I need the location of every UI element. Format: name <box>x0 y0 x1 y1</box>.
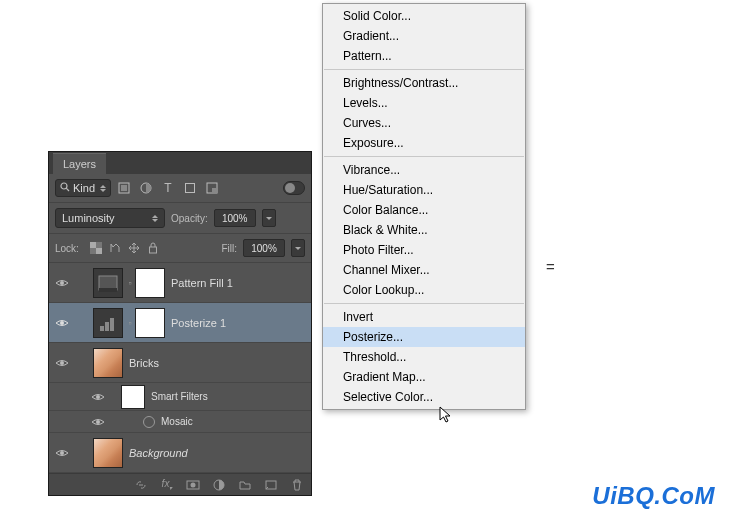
tab-layers[interactable]: Layers <box>53 153 106 174</box>
menu-item[interactable]: Color Balance... <box>323 200 525 220</box>
layer-name: Smart Filters <box>151 391 208 402</box>
layer-filter-row: Kind T <box>49 174 311 203</box>
svg-rect-9 <box>90 242 96 248</box>
menu-item[interactable]: Posterize... <box>323 327 525 347</box>
layer-row-background[interactable]: Background <box>49 433 311 473</box>
filter-pixel-icon[interactable] <box>115 179 133 197</box>
filter-smartobj-icon[interactable] <box>203 179 221 197</box>
layers-panel: Layers Kind T Luminosity Opacity: Lock: <box>48 151 312 496</box>
svg-point-12 <box>60 281 64 285</box>
layer-name: Background <box>129 447 188 459</box>
panel-tab-bar: Layers <box>49 152 311 174</box>
svg-point-24 <box>191 482 196 487</box>
lock-label: Lock: <box>55 243 79 254</box>
svg-line-1 <box>66 188 69 191</box>
svg-point-20 <box>96 395 100 399</box>
menu-item[interactable]: Photo Filter... <box>323 240 525 260</box>
lock-image-icon[interactable] <box>108 241 122 255</box>
link-icon[interactable]: ▫ <box>125 278 135 288</box>
link-icon[interactable]: ▫ <box>125 318 135 328</box>
opacity-dropdown[interactable] <box>262 209 276 227</box>
menu-item[interactable]: Curves... <box>323 113 525 133</box>
menu-item[interactable]: Invert <box>323 307 525 327</box>
layer-row-mosaic[interactable]: Mosaic <box>49 411 311 433</box>
svg-rect-11 <box>149 247 156 253</box>
menu-item[interactable]: Solid Color... <box>323 6 525 26</box>
blend-mode-value: Luminosity <box>62 212 115 224</box>
blend-row: Luminosity Opacity: <box>49 203 311 234</box>
menu-item[interactable]: Brightness/Contrast... <box>323 73 525 93</box>
layer-row-bricks[interactable]: Bricks <box>49 343 311 383</box>
layer-name: Bricks <box>129 357 159 369</box>
menu-item[interactable]: Pattern... <box>323 46 525 66</box>
smart-filter-mask-thumb[interactable] <box>121 385 145 409</box>
menu-item[interactable]: Channel Mixer... <box>323 260 525 280</box>
layer-row-posterize[interactable]: ▫ Posterize 1 <box>49 303 311 343</box>
layer-mask-icon[interactable] <box>185 477 201 493</box>
filter-dot-icon <box>143 416 155 428</box>
svg-rect-7 <box>212 188 217 193</box>
layer-mask-thumb[interactable] <box>135 308 165 338</box>
layer-mask-thumb[interactable] <box>135 268 165 298</box>
fill-label: Fill: <box>221 243 237 254</box>
visibility-eye-icon[interactable] <box>53 444 71 462</box>
filter-adjustment-icon[interactable] <box>137 179 155 197</box>
layer-thumb-pattern[interactable] <box>93 268 123 298</box>
svg-point-0 <box>61 183 67 189</box>
svg-rect-5 <box>186 184 195 193</box>
layer-thumb-posterize[interactable] <box>93 308 123 338</box>
visibility-eye-icon[interactable] <box>53 274 71 292</box>
delete-layer-icon[interactable] <box>289 477 305 493</box>
svg-rect-13 <box>99 276 117 290</box>
adjustment-layer-icon[interactable] <box>211 477 227 493</box>
visibility-eye-icon[interactable] <box>53 354 71 372</box>
layer-row-smart-filters[interactable]: Smart Filters <box>49 383 311 411</box>
svg-rect-14 <box>99 288 117 292</box>
svg-rect-17 <box>105 322 109 331</box>
menu-item[interactable]: Vibrance... <box>323 160 525 180</box>
menu-item[interactable]: Threshold... <box>323 347 525 367</box>
filter-shape-icon[interactable] <box>181 179 199 197</box>
link-layers-icon[interactable] <box>133 477 149 493</box>
blend-mode-dropdown[interactable]: Luminosity <box>55 208 165 228</box>
menu-item[interactable]: Levels... <box>323 93 525 113</box>
menu-item[interactable]: Exposure... <box>323 133 525 153</box>
layer-style-icon[interactable]: fx▾ <box>159 477 175 493</box>
visibility-eye-icon[interactable] <box>89 388 107 406</box>
menu-item[interactable]: Gradient... <box>323 26 525 46</box>
new-layer-icon[interactable] <box>263 477 279 493</box>
layer-thumb-image[interactable] <box>93 438 123 468</box>
menu-item[interactable]: Black & White... <box>323 220 525 240</box>
filter-type-icon[interactable]: T <box>159 179 177 197</box>
lock-position-icon[interactable] <box>127 241 141 255</box>
lock-all-icon[interactable] <box>146 241 160 255</box>
lock-transparent-icon[interactable] <box>89 241 103 255</box>
menu-item[interactable]: Gradient Map... <box>323 367 525 387</box>
visibility-eye-icon[interactable] <box>53 314 71 332</box>
dropdown-arrows-icon <box>100 185 106 192</box>
equals-sign: = <box>546 258 555 275</box>
svg-point-15 <box>60 321 64 325</box>
layer-thumb-image[interactable] <box>93 348 123 378</box>
filter-kind-dropdown[interactable]: Kind <box>55 179 111 197</box>
new-group-icon[interactable] <box>237 477 253 493</box>
filter-kind-label: Kind <box>73 182 95 194</box>
layer-row-pattern-fill[interactable]: ▫ Pattern Fill 1 <box>49 263 311 303</box>
visibility-eye-icon[interactable] <box>89 413 107 431</box>
menu-separator <box>324 156 524 157</box>
svg-point-19 <box>60 361 64 365</box>
menu-separator <box>324 303 524 304</box>
menu-item[interactable]: Color Lookup... <box>323 280 525 300</box>
layers-panel-footer: fx▾ <box>49 473 311 495</box>
svg-rect-16 <box>100 326 104 331</box>
menu-item[interactable]: Hue/Saturation... <box>323 180 525 200</box>
menu-item[interactable]: Selective Color... <box>323 387 525 407</box>
fill-input[interactable] <box>243 239 285 257</box>
adjustment-layer-context-menu: Solid Color...Gradient...Pattern...Brigh… <box>322 3 526 410</box>
opacity-input[interactable] <box>214 209 256 227</box>
layers-list: ▫ Pattern Fill 1 ▫ Posterize 1 Bricks Sm… <box>49 263 311 473</box>
fill-dropdown[interactable] <box>291 239 305 257</box>
search-icon <box>60 182 70 194</box>
menu-separator <box>324 69 524 70</box>
filter-toggle[interactable] <box>283 181 305 195</box>
